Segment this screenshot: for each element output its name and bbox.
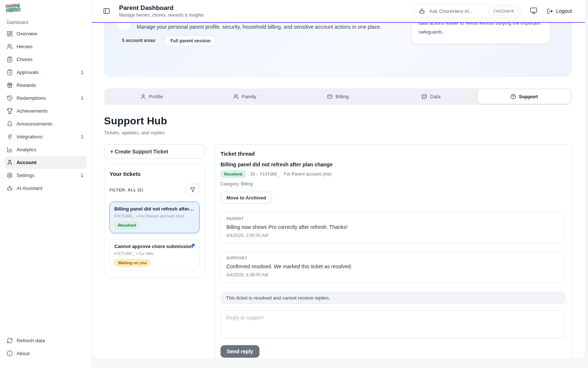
sidebar-item-approvals[interactable]: Approvals 1 [4,66,87,79]
sidebar-toggle-button[interactable] [103,7,111,15]
sidebar-item-label: Announcements [17,121,83,127]
sidebar-item-analytics[interactable]: Analytics [4,143,87,156]
sidebar-item-badge: 1 [81,70,83,75]
sidebar-item-label: Redemptions [17,95,77,101]
user-icon [140,94,146,99]
bot-icon [419,8,425,14]
users-icon [7,43,13,50]
logo-text-hero: HERO [6,7,24,12]
filter-row: FILTER: ALL (2) [110,184,200,196]
page-subtitle: Manage heroes, chores, rewards & insight… [119,13,204,18]
sidebar-footer: Refresh data About [4,334,87,360]
header-actions: Ctrl/Cmd+K Logout [413,4,578,18]
move-to-archived-button[interactable]: Move to Archived [220,192,272,204]
page-title: Parent Dashboard [119,4,204,12]
send-reply-button[interactable]: Send reply [220,345,259,358]
logout-icon [547,8,553,14]
filter-label: FILTER: ALL (2) [110,188,143,192]
ticket-id: ID: FIXTURE_ [250,172,279,177]
refresh-data-button[interactable]: Refresh data [4,334,87,347]
sidebar-item-badge: 1 [81,95,83,101]
tab-billing[interactable]: Billing [291,89,384,104]
sidebar-item-overview[interactable]: Overview [4,27,87,40]
unread-dot [192,244,195,247]
message-time: 4/4/2026, 2:00:00 AM [226,233,560,238]
bar-chart-icon [7,146,13,153]
layout-dashboard-icon [7,31,13,37]
account-overview-left: Manage your personal parent profile, sec… [115,23,412,70]
clipboard-icon [7,56,13,63]
tab-profile[interactable]: Profile [105,89,198,104]
sidebar-item-integrations[interactable]: Integrations 1 [4,130,87,143]
parent-session-badge: Full parent session [165,36,216,46]
sidebar-item-label: Settings [17,173,77,178]
sidebar-item-announcements[interactable]: Announcements [4,117,87,130]
ticket-title: Cannot approve chore submission [114,244,195,249]
ai-search-box: Ctrl/Cmd+K [413,4,521,18]
tab-support[interactable]: Support [478,89,571,104]
info-icon [7,350,13,357]
sidebar-item-rewards[interactable]: Rewards [4,79,87,92]
sidebar-item-label: Chores [17,57,83,62]
sidebar-item-ai-assistant[interactable]: AI Assistant [4,182,87,195]
tab-label: Family [242,94,257,99]
message-support: SUPPORT Confirmed resolved. We marked th… [220,251,566,283]
tab-data[interactable]: Data [384,89,477,104]
create-support-ticket-button[interactable]: + Create Support Ticket [104,144,205,159]
ticket-thread-panel: Ticket thread Billing panel did not refr… [215,144,572,358]
keyboard-shortcut-badge: Ctrl/Cmd+K [489,6,519,16]
logout-button[interactable]: Logout [547,8,572,14]
database-icon [422,94,427,99]
main-area: Parent Dashboard Manage heroes, chores, … [92,0,585,368]
sidebar-item-label: Overview [17,31,83,36]
sidebar-item-chores[interactable]: Chores [4,53,87,66]
help-circle-icon [510,94,516,99]
account-areas-badge: 5 account areas [117,36,161,46]
ticket-meta: FIXTURE_ • For Parent account (me) [114,214,195,218]
ticket-title: Billing panel did not refresh after plan… [114,206,195,212]
your-tickets-card: Your tickets FILTER: ALL (2) Billing pan… [104,164,205,278]
tab-label: Data [430,94,441,99]
panel-left-icon [103,7,110,15]
ticket-list-item[interactable]: Billing panel did not refresh after plan… [110,202,200,233]
thread-title: Ticket thread [220,151,566,157]
sidebar: CHORE HERO Dashboard Overview Heroes Cho… [0,0,92,368]
ticket-list-item[interactable]: Cannot approve chore submission FIXTURE_… [110,239,200,271]
thread-subject: Billing panel did not refresh after plan… [220,162,566,167]
plug-icon [7,134,13,140]
about-label: About [17,351,83,356]
message-time: 4/4/2026, 8:38:00 AM [226,272,560,277]
display-toggle-button[interactable] [530,7,538,15]
bot-icon [7,185,13,191]
resolved-notice: This ticket is resolved and cannot recei… [220,292,566,304]
sidebar-item-label: Heroes [17,44,83,49]
sidebar-item-heroes[interactable]: Heroes [4,40,87,53]
tip-box: Shorter subtabs keep profile, family acc… [412,23,550,44]
title-block: Parent Dashboard Manage heroes, chores, … [119,4,204,18]
sidebar-item-achievements[interactable]: Achievements [4,105,87,117]
account-overview-badges: 5 account areas Full parent session [115,36,412,46]
users-icon [233,94,239,99]
bell-icon [7,121,13,127]
sidebar-item-account[interactable]: Account [4,156,87,169]
chorehero-logo: CHORE HERO [6,4,24,12]
about-button[interactable]: About [4,347,87,360]
reply-textarea[interactable] [220,310,566,338]
sidebar-nav: Overview Heroes Chores Approvals 1 Rewar… [4,27,87,195]
sidebar-item-label: Achievements [17,108,83,114]
sidebar-item-label: Integrations [17,134,77,139]
sidebar-section-label: Dashboard [7,20,87,25]
tab-label: Support [519,94,538,99]
filter-button[interactable] [186,184,200,196]
sidebar-item-settings[interactable]: Settings 1 [4,169,87,182]
account-overview-card: Manage your personal parent profile, sec… [104,23,572,77]
status-badge: Waiting on you [114,259,150,266]
sidebar-item-redemptions[interactable]: Redemptions 1 [4,92,87,105]
tab-family[interactable]: Family [198,89,291,104]
sidebar-item-badge: 1 [81,173,83,178]
message-role: PARENT [226,216,560,221]
message-text: Confirmed resolved. We marked this ticke… [226,263,560,269]
logout-label: Logout [556,8,572,14]
tickets-column: + Create Support Ticket Your tickets FIL… [104,144,205,278]
message-text: Billing now shows Pro correctly after re… [226,224,560,230]
